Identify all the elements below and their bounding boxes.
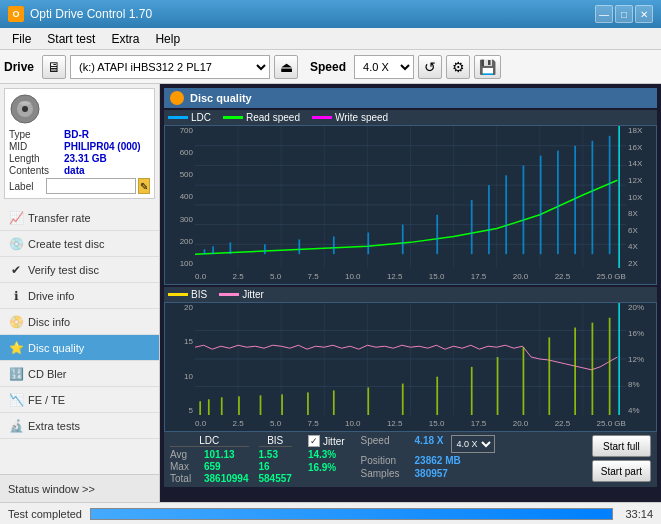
menu-extra[interactable]: Extra — [103, 30, 147, 48]
menu-start-test[interactable]: Start test — [39, 30, 103, 48]
jitter-checkbox-row: ✓ Jitter — [308, 435, 345, 447]
svg-rect-35 — [592, 141, 594, 254]
nav-transfer-rate[interactable]: 📈 Transfer rate — [0, 205, 159, 231]
disc-svg-icon — [9, 93, 41, 125]
upper-chart-svg — [195, 126, 626, 268]
svg-rect-28 — [471, 200, 473, 254]
svg-rect-52 — [221, 397, 223, 415]
verify-test-disc-icon: ✔ — [8, 262, 24, 278]
legend-read-speed-label: Read speed — [246, 112, 300, 123]
stats-area: LDC Avg101.13 Max659 Total38610994 BIS 1… — [164, 432, 657, 487]
start-part-button[interactable]: Start part — [592, 460, 651, 482]
nav-disc-quality[interactable]: ⭐ Disc quality — [0, 335, 159, 361]
maximize-button[interactable]: □ — [615, 5, 633, 23]
type-value: BD-R — [64, 129, 89, 140]
menu-bar: File Start test Extra Help — [0, 28, 661, 50]
svg-rect-36 — [609, 136, 611, 254]
nav-disc-quality-label: Disc quality — [28, 342, 84, 354]
window-controls: — □ ✕ — [595, 5, 653, 23]
svg-rect-53 — [238, 396, 240, 415]
stats-bis-column: BIS 1.53 16 584557 — [259, 435, 292, 484]
read-speed-color — [223, 116, 243, 119]
svg-rect-22 — [264, 244, 266, 254]
svg-rect-29 — [488, 185, 490, 254]
refresh-button[interactable]: ↺ — [418, 55, 442, 79]
nav-cd-bler[interactable]: 🔢 CD Bler — [0, 361, 159, 387]
speed-select-stats[interactable]: 4.0 X — [451, 435, 495, 453]
save-button[interactable]: 💾 — [474, 55, 501, 79]
minimize-button[interactable]: — — [595, 5, 613, 23]
menu-help[interactable]: Help — [147, 30, 188, 48]
legend-jitter: Jitter — [219, 289, 264, 300]
speed-select[interactable]: 4.0 X — [354, 55, 414, 79]
label-input[interactable] — [46, 178, 136, 194]
svg-rect-58 — [367, 387, 369, 415]
transfer-rate-icon: 📈 — [8, 210, 24, 226]
svg-rect-25 — [367, 233, 369, 255]
nav-extra-tests[interactable]: 🔬 Extra tests — [0, 413, 159, 439]
ldc-max: 659 — [204, 461, 221, 472]
upper-x-axis: 0.0 2.5 5.0 7.5 10.0 12.5 15.0 17.5 20.0… — [195, 268, 626, 284]
jitter-section: ✓ Jitter 14.3% 16.9% — [308, 435, 345, 473]
contents-value: data — [64, 165, 85, 176]
chart-title-bar: Disc quality — [164, 88, 657, 108]
main-content: Type BD-R MID PHILIPR04 (000) Length 23.… — [0, 84, 661, 502]
bis-max: 16 — [259, 461, 270, 472]
upper-chart: 700 600 500 400 300 200 100 18X 16X 14X … — [164, 125, 657, 285]
nav-disc-info[interactable]: 📀 Disc info — [0, 309, 159, 335]
ldc-total: 38610994 — [204, 473, 249, 484]
time-text: 33:14 — [625, 508, 653, 520]
svg-rect-56 — [307, 392, 309, 415]
svg-rect-65 — [574, 328, 576, 415]
close-button[interactable]: ✕ — [635, 5, 653, 23]
disc-quality-icon: ⭐ — [8, 340, 24, 356]
bis-avg: 1.53 — [259, 449, 278, 460]
upper-y-axis-right: 18X 16X 14X 12X 10X 8X 6X 4X 2X — [626, 126, 656, 268]
disc-info-panel: Type BD-R MID PHILIPR04 (000) Length 23.… — [4, 88, 155, 199]
svg-rect-67 — [609, 318, 611, 415]
extra-tests-icon: 🔬 — [8, 418, 24, 434]
status-text: Test completed — [8, 508, 82, 520]
chart-title: Disc quality — [190, 92, 252, 104]
drive-select[interactable]: (k:) ATAPI iHBS312 2 PL17 — [70, 55, 270, 79]
type-key: Type — [9, 129, 64, 140]
drive-info-icon: ℹ — [8, 288, 24, 304]
nav-create-test-disc-label: Create test disc — [28, 238, 104, 250]
svg-point-3 — [19, 101, 31, 105]
svg-rect-21 — [229, 242, 231, 254]
nav-drive-info[interactable]: ℹ Drive info — [0, 283, 159, 309]
disc-info-icon: 📀 — [8, 314, 24, 330]
legend-jitter-label: Jitter — [242, 289, 264, 300]
legend-bis-label: BIS — [191, 289, 207, 300]
stats-ldc-column: LDC Avg101.13 Max659 Total38610994 — [170, 435, 249, 484]
jitter-checkbox[interactable]: ✓ — [308, 435, 320, 447]
nav-extra-tests-label: Extra tests — [28, 420, 80, 432]
start-buttons: Start full Start part — [592, 435, 651, 482]
nav-create-test-disc[interactable]: 💿 Create test disc — [0, 231, 159, 257]
nav-verify-test-disc[interactable]: ✔ Verify test disc — [0, 257, 159, 283]
drive-label: Drive — [4, 60, 34, 74]
nav-transfer-rate-label: Transfer rate — [28, 212, 91, 224]
label-edit-button[interactable]: ✎ — [138, 178, 150, 194]
menu-file[interactable]: File — [4, 30, 39, 48]
svg-rect-30 — [505, 175, 507, 254]
sidebar: Type BD-R MID PHILIPR04 (000) Length 23.… — [0, 84, 160, 502]
svg-rect-66 — [592, 323, 594, 415]
position-key: Position — [361, 455, 411, 466]
eject-button[interactable]: ⏏ — [274, 55, 298, 79]
sidebar-nav: 📈 Transfer rate 💿 Create test disc ✔ Ver… — [0, 205, 159, 439]
svg-rect-57 — [333, 390, 335, 415]
legend-write-speed: Write speed — [312, 112, 388, 123]
status-window-button[interactable]: Status window >> — [0, 474, 159, 502]
drive-icon-button[interactable]: 🖥 — [42, 55, 66, 79]
nav-verify-test-disc-label: Verify test disc — [28, 264, 99, 276]
start-full-button[interactable]: Start full — [592, 435, 651, 457]
write-speed-color — [312, 116, 332, 119]
samples-value: 380957 — [415, 468, 448, 479]
settings-button[interactable]: ⚙ — [446, 55, 470, 79]
nav-fe-te[interactable]: 📉 FE / TE — [0, 387, 159, 413]
length-value: 23.31 GB — [64, 153, 107, 164]
jitter-avg: 14.3% — [308, 449, 336, 460]
svg-rect-60 — [436, 377, 438, 415]
ldc-header: LDC — [170, 435, 249, 447]
